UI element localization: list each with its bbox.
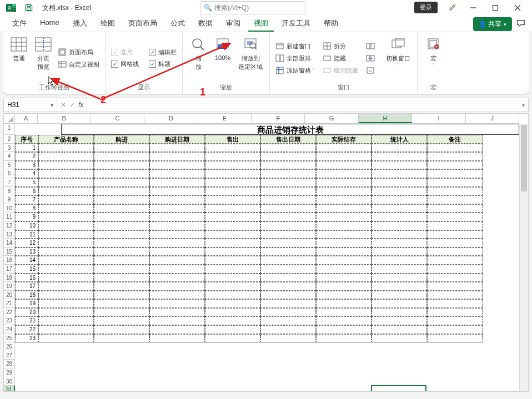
arrange-all-button[interactable]: 全部重排 <box>274 53 316 64</box>
data-cell[interactable] <box>260 334 316 343</box>
headings-checkbox[interactable]: ✓标题 <box>148 59 178 69</box>
row-header[interactable]: 29 <box>4 368 15 377</box>
data-cell[interactable] <box>427 195 483 204</box>
row-header[interactable]: 2 <box>4 135 15 144</box>
data-cell[interactable] <box>94 248 149 256</box>
data-cell[interactable] <box>427 144 483 153</box>
data-cell[interactable] <box>260 221 316 230</box>
data-cell[interactable] <box>372 169 427 178</box>
custom-views-button[interactable]: 自定义视图 <box>57 59 101 70</box>
data-cell[interactable] <box>260 213 316 221</box>
data-cell[interactable] <box>205 248 260 256</box>
vertical-scrollbar[interactable] <box>519 124 528 391</box>
table-header-cell[interactable]: 售出 <box>205 135 260 144</box>
spreadsheet-grid[interactable]: ABCDEFGHIJ 12345678910111213141516171819… <box>3 113 529 392</box>
menu-tab-插入[interactable]: 插入 <box>67 16 93 32</box>
data-cell[interactable] <box>372 282 427 291</box>
row-header[interactable]: 10 <box>4 204 15 213</box>
data-cell[interactable] <box>427 213 483 221</box>
data-cell[interactable] <box>427 169 483 178</box>
row-number-cell[interactable]: 12 <box>15 239 38 248</box>
data-cell[interactable] <box>149 316 205 325</box>
hide-button[interactable]: 隐藏 <box>322 53 359 64</box>
data-cell[interactable] <box>316 325 372 334</box>
data-cell[interactable] <box>316 169 372 178</box>
data-cell[interactable] <box>372 161 427 170</box>
row-header[interactable]: 22 <box>4 308 15 317</box>
row-number-cell[interactable]: 19 <box>15 299 38 308</box>
row-header[interactable]: 3 <box>4 144 15 153</box>
data-cell[interactable] <box>149 334 205 343</box>
data-cell[interactable] <box>38 282 94 291</box>
data-cell[interactable] <box>149 187 205 196</box>
data-cell[interactable] <box>94 239 149 248</box>
row-header[interactable]: 11 <box>4 213 15 221</box>
row-header[interactable]: 13 <box>4 230 15 239</box>
data-cell[interactable] <box>38 316 94 325</box>
data-cell[interactable] <box>427 161 483 170</box>
data-cell[interactable] <box>372 265 427 274</box>
data-cell[interactable] <box>260 299 316 308</box>
column-header[interactable]: A <box>15 114 38 123</box>
table-header-cell[interactable]: 购进日期 <box>149 135 205 144</box>
data-cell[interactable] <box>316 213 372 221</box>
scrollbar-thumb[interactable] <box>521 125 527 191</box>
data-cell[interactable] <box>427 221 483 230</box>
row-header[interactable]: 27 <box>4 351 15 360</box>
row-header[interactable]: 16 <box>4 256 15 265</box>
column-header[interactable]: B <box>38 114 91 123</box>
table-header-cell[interactable]: 实际结存 <box>316 135 372 144</box>
data-cell[interactable] <box>205 187 260 196</box>
row-header[interactable]: 12 <box>4 221 15 230</box>
data-cell[interactable] <box>205 178 260 187</box>
share-button[interactable]: 共享 ▾ <box>473 17 512 31</box>
formula-input[interactable] <box>87 98 519 112</box>
row-header[interactable]: 28 <box>4 360 15 368</box>
search-box[interactable]: 🔍 搜索(Alt+Q) <box>200 1 305 14</box>
row-header[interactable]: 15 <box>4 248 15 256</box>
row-header[interactable]: 9 <box>4 195 15 204</box>
cancel-icon[interactable]: ✕ <box>61 101 66 109</box>
data-cell[interactable] <box>94 291 149 300</box>
data-cell[interactable] <box>205 230 260 239</box>
menu-tab-home[interactable]: Home <box>34 16 65 32</box>
page-layout-button[interactable]: 页面布局 <box>57 47 101 58</box>
row-number-cell[interactable]: 20 <box>15 308 38 317</box>
row-header[interactable]: 31 <box>4 386 15 392</box>
cells-area[interactable]: 商品进销存统计表序号产品名称购进购进日期售出售出日期实际结存统计人备注12345… <box>15 124 519 391</box>
row-number-cell[interactable]: 7 <box>15 195 38 204</box>
data-cell[interactable] <box>94 265 149 274</box>
row-number-cell[interactable]: 15 <box>15 265 38 274</box>
data-cell[interactable] <box>205 256 260 265</box>
data-cell[interactable] <box>427 299 483 308</box>
data-cell[interactable] <box>38 152 94 161</box>
data-cell[interactable] <box>94 144 149 153</box>
data-cell[interactable] <box>372 308 427 317</box>
menu-tab-审阅[interactable]: 审阅 <box>220 16 246 32</box>
save-icon[interactable] <box>23 2 34 13</box>
row-number-cell[interactable]: 18 <box>15 291 38 300</box>
data-cell[interactable] <box>149 230 205 239</box>
data-cell[interactable] <box>260 316 316 325</box>
row-number-cell[interactable]: 6 <box>15 187 38 196</box>
data-cell[interactable] <box>372 213 427 221</box>
data-cell[interactable] <box>260 195 316 204</box>
data-cell[interactable] <box>38 230 94 239</box>
data-cell[interactable] <box>316 334 372 343</box>
data-cell[interactable] <box>149 282 205 291</box>
data-cell[interactable] <box>372 316 427 325</box>
data-cell[interactable] <box>316 299 372 308</box>
table-header-cell[interactable]: 统计人 <box>372 135 427 144</box>
name-box[interactable]: H31 ▾ <box>4 98 57 112</box>
data-cell[interactable] <box>205 316 260 325</box>
data-cell[interactable] <box>94 187 149 196</box>
data-cell[interactable] <box>205 308 260 317</box>
data-cell[interactable] <box>316 161 372 170</box>
data-cell[interactable] <box>205 195 260 204</box>
data-cell[interactable] <box>372 221 427 230</box>
row-number-cell[interactable]: 4 <box>15 169 38 178</box>
comments-icon[interactable] <box>516 19 526 29</box>
data-cell[interactable] <box>372 230 427 239</box>
row-number-cell[interactable]: 5 <box>15 178 38 187</box>
data-cell[interactable] <box>149 204 205 213</box>
